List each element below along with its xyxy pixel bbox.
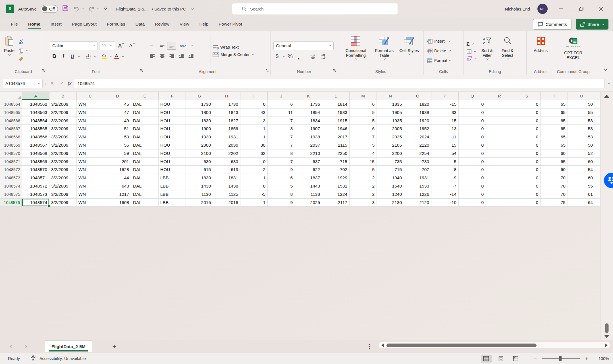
cell-T1048566[interactable]: 65 — [541, 117, 568, 125]
find-select-button[interactable]: Find & Select — [497, 34, 518, 68]
save-icon[interactable] — [62, 5, 69, 13]
column-header-I[interactable]: I — [240, 92, 268, 100]
cell-L1048570[interactable]: 2250 — [322, 149, 350, 158]
confirm-entry-button[interactable]: ✓ — [58, 80, 65, 86]
cell-A1048565[interactable]: 1048563 — [22, 109, 49, 117]
cell-H1048565[interactable]: 1843 — [213, 109, 240, 117]
cell-T1048571[interactable]: 65 — [541, 158, 568, 166]
cell-Q1048566[interactable]: 0 — [459, 117, 486, 125]
cell-U1048572[interactable]: 54 — [568, 166, 595, 174]
cell-E1048565[interactable]: DAL — [131, 109, 159, 117]
cell-A1048570[interactable]: 1048568 — [22, 149, 49, 158]
cell-A1048567[interactable]: 1048565 — [22, 125, 49, 133]
column-header-N[interactable]: N — [377, 92, 404, 100]
conditional-formatting-button[interactable]: Conditional Formatting — [341, 34, 371, 68]
cell-U1048564[interactable]: 50 — [568, 100, 595, 109]
save-status[interactable]: • Saved to this PC — [152, 7, 186, 11]
column-header-F[interactable]: F — [159, 92, 186, 100]
merge-center-button[interactable]: Merge & Center — [213, 52, 254, 57]
cell-L1048565[interactable]: 1933 — [322, 109, 350, 117]
column-header-H[interactable]: H — [213, 92, 240, 100]
tab-scrollbar-splitter[interactable] — [369, 344, 370, 349]
cell-P1048564[interactable]: -15 — [431, 100, 459, 109]
cell-L1048576[interactable]: 2117 — [322, 199, 350, 207]
row-header-1048567[interactable]: 1048567 — [0, 125, 22, 133]
cell-N1048567[interactable]: 2005 — [377, 125, 404, 133]
cell-J1048571[interactable]: 7 — [268, 158, 295, 166]
cell-N1048570[interactable]: 2200 — [377, 149, 404, 158]
cell-E1048575[interactable]: DAL — [131, 190, 159, 199]
cell-N1048569[interactable]: 2105 — [377, 141, 404, 149]
cell-G1048576[interactable]: 2015 — [186, 199, 213, 207]
cell-U1048566[interactable]: 53 — [568, 117, 595, 125]
cell-R1048571[interactable] — [486, 158, 513, 166]
cell-P1048568[interactable]: -11 — [431, 133, 459, 141]
cell-N1048568[interactable]: 2035 — [377, 133, 404, 141]
cell-U1048571[interactable]: 60 — [568, 158, 595, 166]
cell-T1048573[interactable]: 70 — [541, 174, 568, 182]
decrease-font-button[interactable]: A — [128, 42, 137, 50]
cell-L1048573[interactable]: 1929 — [322, 174, 350, 182]
cell-D1048571[interactable]: 201 — [104, 158, 131, 166]
cell-T1048575[interactable]: 70 — [541, 190, 568, 199]
cell-D1048567[interactable]: 51 — [104, 125, 131, 133]
cell-B1048571[interactable]: 3/2/2009 — [49, 158, 77, 166]
cell-I1048575[interactable]: -5 — [240, 190, 268, 199]
cell-T1048572[interactable]: 60 — [541, 166, 568, 174]
cell-L1048575[interactable]: 1224 — [322, 190, 350, 199]
cell-A1048569[interactable]: 1048567 — [22, 141, 49, 149]
cell-S1048567[interactable]: 0 — [513, 125, 541, 133]
borders-button[interactable] — [84, 53, 93, 61]
tab-power-pivot[interactable]: Power Pivot — [214, 19, 247, 30]
row-header-1048573[interactable]: 1048573 — [0, 174, 22, 182]
cell-O1048567[interactable]: 1952 — [404, 125, 431, 133]
cell-L1048569[interactable]: 2115 — [322, 141, 350, 149]
cell-D1048564[interactable]: 45 — [104, 100, 131, 109]
cell-M1048565[interactable]: 5 — [350, 109, 377, 117]
column-header-C[interactable]: C — [77, 92, 104, 100]
cell-R1048569[interactable] — [486, 141, 513, 149]
cell-H1048566[interactable]: 1827 — [213, 117, 240, 125]
align-right-button[interactable] — [167, 52, 176, 60]
document-title[interactable]: FlightData_2-5... — [116, 7, 148, 11]
cell-U1048576[interactable]: 64 — [568, 199, 595, 207]
cell-I1048571[interactable]: 0 — [240, 158, 268, 166]
column-header-M[interactable]: M — [350, 92, 377, 100]
column-header-K[interactable]: K — [295, 92, 322, 100]
cell-A1048575[interactable]: 1048573 — [22, 190, 49, 199]
cell-F1048571[interactable]: HOU — [159, 158, 186, 166]
cell-E1048572[interactable]: DAL — [131, 166, 159, 174]
cell-D1048576[interactable]: 1608 — [104, 199, 131, 207]
cell-S1048568[interactable]: 0 — [513, 133, 541, 141]
cell-I1048566[interactable]: -3 — [240, 117, 268, 125]
cell-P1048572[interactable]: -8 — [431, 166, 459, 174]
cell-U1048574[interactable]: 55 — [568, 182, 595, 190]
cell-A1048573[interactable]: 1048571 — [22, 174, 49, 182]
select-all-corner[interactable] — [0, 92, 22, 100]
cell-G1048572[interactable]: 615 — [186, 166, 213, 174]
cell-C1048573[interactable]: WN — [77, 174, 104, 182]
cancel-entry-button[interactable]: ✕ — [48, 80, 56, 86]
cell-J1048572[interactable]: 9 — [268, 166, 295, 174]
cell-D1048570[interactable]: 59 — [104, 149, 131, 158]
cell-J1048568[interactable]: 7 — [268, 133, 295, 141]
cell-F1048564[interactable]: HOU — [159, 100, 186, 109]
row-header-1048575[interactable]: 1048575 — [0, 190, 22, 199]
page-break-preview-button[interactable] — [510, 355, 521, 363]
cell-G1048575[interactable]: 1130 — [186, 190, 213, 199]
cell-F1048572[interactable]: HOU — [159, 166, 186, 174]
quick-access-toolbar-button[interactable] — [103, 6, 108, 11]
cell-P1048574[interactable]: -7 — [431, 182, 459, 190]
cell-L1048566[interactable]: 1915 — [322, 117, 350, 125]
cell-F1048567[interactable]: HOU — [159, 125, 186, 133]
cell-G1048564[interactable]: 1730 — [186, 100, 213, 109]
expand-formula-bar-icon[interactable] — [608, 82, 610, 84]
cell-B1048573[interactable]: 3/2/2009 — [49, 174, 77, 182]
avatar[interactable]: NE — [537, 4, 548, 14]
cell-F1048565[interactable]: HOU — [159, 109, 186, 117]
cell-N1048565[interactable]: 1905 — [377, 109, 404, 117]
cell-I1048572[interactable]: -2 — [240, 166, 268, 174]
cell-C1048566[interactable]: WN — [77, 117, 104, 125]
cell-K1048567[interactable]: 1907 — [295, 125, 322, 133]
cut-button[interactable] — [18, 39, 28, 45]
